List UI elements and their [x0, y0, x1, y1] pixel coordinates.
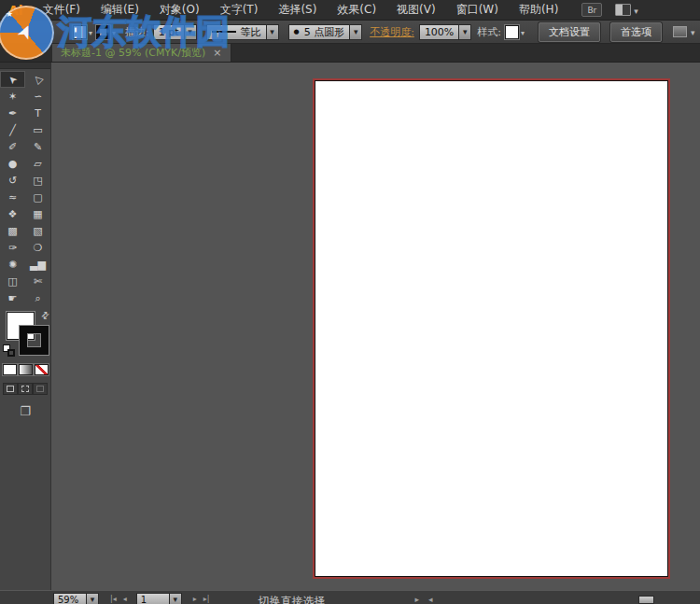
tool-eraser[interactable]: ▱ [25, 155, 50, 172]
tool-artboard[interactable]: ◫ [0, 273, 25, 289]
chevron-down-icon[interactable] [184, 25, 196, 39]
tool-eyedropper[interactable]: ✑ [0, 239, 25, 256]
control-bar: 描边: 1 pt 等比 ● 5 点圆形 不透明度: 100% 样式: 文档 [0, 21, 700, 44]
tool-magic-wand[interactable]: ✶ [0, 88, 25, 105]
tool-line-segment[interactable]: ╱ [0, 121, 25, 138]
chevron-down-icon[interactable] [349, 25, 361, 39]
scroll-left-icon[interactable]: ◂ [428, 595, 433, 604]
tool-slice[interactable]: ✄ [25, 273, 50, 289]
menu-item-type[interactable]: 文字(T) [210, 0, 269, 21]
width-profile-dropdown[interactable]: 等比 [206, 24, 279, 40]
gradient-button[interactable] [19, 364, 33, 375]
artboard-nav-forward: ▸ ▸| [193, 595, 210, 603]
arrange-documents-button[interactable] [615, 4, 638, 17]
artboard-number-dropdown[interactable]: 1 [136, 593, 182, 604]
fill-color-swatch[interactable] [73, 25, 87, 39]
tool-gradient[interactable]: ▧ [25, 222, 50, 239]
document-setup-button[interactable]: 文档设置 [539, 22, 600, 42]
tool-blob-brush[interactable]: ● [0, 155, 25, 172]
stroke-color-swatch[interactable] [96, 25, 110, 39]
none-button[interactable] [35, 364, 49, 375]
menu-item-effect[interactable]: 效果(C) [327, 0, 386, 21]
next-artboard-icon[interactable]: ▸ [193, 595, 197, 603]
tool-zoom[interactable]: ⌕ [25, 289, 50, 306]
stroke-label: 描边: [125, 25, 149, 39]
tools-panel-grip[interactable] [0, 63, 50, 69]
app-logo: Ai [0, 3, 33, 18]
draw-normal-button[interactable] [3, 383, 18, 395]
tool-free-transform[interactable]: ▢ [25, 189, 50, 205]
chevron-down-icon[interactable] [86, 594, 98, 604]
menubar: Ai 文件(F)编辑(E)对象(O)文字(T)选择(S)效果(C)视图(V)窗口… [0, 0, 700, 21]
default-fill-stroke-icon[interactable] [3, 344, 15, 357]
tool-selection[interactable]: ➤ [0, 71, 25, 88]
previous-artboard-icon[interactable]: ◂ [123, 595, 127, 603]
tool-rectangle[interactable]: ▭ [25, 121, 50, 138]
menu-item-file[interactable]: 文件(F) [33, 0, 91, 21]
first-artboard-icon[interactable]: |◂ [110, 595, 117, 603]
tool-pen[interactable]: ✒ [0, 105, 25, 121]
tool-symbol-sprayer[interactable]: ✺ [0, 256, 25, 273]
color-button[interactable] [3, 364, 17, 375]
chevron-down-icon[interactable] [169, 594, 181, 604]
tool-direct-selection[interactable]: ▷ [25, 71, 50, 88]
menu-item-object[interactable]: 对象(O) [149, 0, 210, 21]
tool-rotate[interactable]: ↺ [0, 172, 25, 189]
canvas[interactable] [51, 63, 700, 590]
arrange-documents-icon [615, 4, 631, 16]
menu-item-edit[interactable]: 编辑(E) [91, 0, 149, 21]
style-label: 样式: [477, 25, 501, 39]
brush-definition-dropdown[interactable]: ● 5 点圆形 [288, 24, 363, 40]
control-panel-menu-button[interactable] [673, 25, 695, 38]
status-bar: 59% |◂ ◂ 1 ▸ ▸| 切换直接选择 ▸ ◂ [0, 590, 700, 604]
zoom-level-dropdown[interactable]: 59% [53, 593, 99, 604]
brush-dot-icon: ● [294, 28, 300, 35]
document-tab[interactable]: 未标题-1 @ 59% (CMYK/预览) × [52, 44, 231, 62]
artboard-nav-back: |◂ ◂ [110, 595, 127, 603]
menu-item-help[interactable]: 帮助(H) [509, 0, 568, 21]
menu-item-view[interactable]: 视图(V) [386, 0, 446, 21]
style-dropdown-icon[interactable] [521, 25, 525, 38]
tool-column-graph[interactable]: ▃▆ [25, 256, 50, 273]
chevron-down-icon[interactable] [266, 25, 278, 39]
tool-paintbrush[interactable]: ✐ [0, 138, 25, 155]
opacity-dropdown[interactable]: 100% [419, 24, 471, 40]
tool-pencil[interactable]: ✎ [25, 138, 50, 155]
tool-shape-builder[interactable]: ❖ [0, 205, 25, 222]
close-icon[interactable]: × [213, 47, 221, 59]
tool-scale[interactable]: ◳ [25, 172, 50, 189]
fill-color-dropdown-icon[interactable] [89, 25, 92, 38]
preferences-button[interactable]: 首选项 [610, 22, 662, 42]
bridge-icon[interactable]: Br [581, 3, 602, 17]
tool-width[interactable]: ≈ [0, 189, 25, 205]
stroke-weight-dropdown[interactable]: 1 pt [153, 24, 197, 40]
style-swatch[interactable] [505, 25, 519, 39]
tool-blend[interactable]: ❍ [25, 239, 50, 256]
last-artboard-icon[interactable]: ▸| [203, 595, 210, 603]
tool-perspective-grid[interactable]: ▦ [25, 205, 50, 222]
status-hint-text: 切换直接选择 [258, 594, 325, 604]
screen-mode-button[interactable] [20, 404, 31, 418]
chevron-down-icon [691, 25, 695, 38]
chevron-down-icon[interactable] [458, 25, 470, 39]
document-tab-title: 未标题-1 @ 59% (CMYK/预览) [61, 46, 205, 60]
stroke-color-dropdown-icon[interactable] [112, 25, 116, 38]
tool-type[interactable]: T [25, 105, 50, 121]
h-scrollbar-thumb[interactable] [638, 596, 654, 604]
tool-lasso[interactable]: ∽ [25, 88, 50, 105]
opacity-link[interactable]: 不透明度: [370, 25, 414, 39]
draw-behind-button[interactable] [18, 383, 33, 395]
stroke-swatch[interactable] [20, 326, 49, 355]
swap-fill-stroke-icon[interactable] [41, 310, 49, 320]
menu-item-window[interactable]: 窗口(W) [446, 0, 509, 21]
tool-mesh[interactable]: ▩ [0, 222, 25, 239]
artboard[interactable] [315, 80, 668, 577]
tools-grid: ➤ ▷ ✶ ∽ ✒ T ╱ ▭ ✐ ✎ [0, 69, 50, 306]
tools-panel: ➤ ▷ ✶ ∽ ✒ T ╱ ▭ ✐ ✎ [0, 63, 51, 590]
tool-hand[interactable]: ☛ [0, 289, 25, 306]
scroll-right-icon[interactable]: ▸ [414, 595, 419, 604]
menu-item-select[interactable]: 选择(S) [268, 0, 327, 21]
draw-inside-button[interactable] [33, 383, 48, 395]
menu-items: 文件(F)编辑(E)对象(O)文字(T)选择(S)效果(C)视图(V)窗口(W)… [33, 0, 569, 21]
illustrator-window: Ai 文件(F)编辑(E)对象(O)文字(T)选择(S)效果(C)视图(V)窗口… [0, 0, 700, 604]
